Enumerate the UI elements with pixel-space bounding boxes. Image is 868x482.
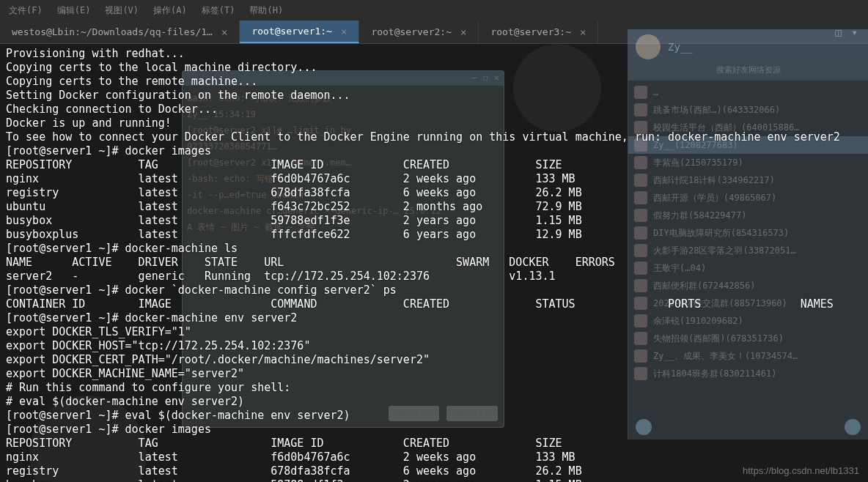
close-icon[interactable]: ×: [341, 26, 347, 37]
close-icon[interactable]: ×: [580, 26, 586, 38]
tab-server3[interactable]: root@server3:~ ×: [479, 21, 598, 43]
menu-item[interactable]: 帮助(H): [249, 4, 283, 17]
terminal-output[interactable]: Provisioning with redhat... Copying cert…: [0, 44, 868, 482]
tab-westos[interactable]: westos@Lbin:~/Downloads/qq-files/1… ×: [0, 21, 240, 43]
tab-label: root@server3:~: [490, 26, 571, 37]
menu-item[interactable]: 编辑(E): [57, 4, 91, 17]
tab-server1[interactable]: root@server1:~ ×: [240, 21, 359, 43]
close-icon[interactable]: ×: [221, 26, 227, 38]
menubar: 文件(F) 编辑(E) 视图(V) 操作(A) 标签(T) 帮助(H): [0, 0, 868, 21]
tab-label: root@server2:~: [371, 26, 452, 37]
menu-item[interactable]: 标签(T): [202, 4, 235, 17]
tab-label: westos@Lbin:~/Downloads/qq-files/1…: [12, 26, 213, 37]
tab-server2[interactable]: root@server2:~ ×: [359, 21, 479, 43]
menu-item[interactable]: 视图(V): [105, 4, 139, 17]
close-icon[interactable]: ×: [460, 26, 466, 38]
menu-item[interactable]: 文件(F): [9, 4, 43, 17]
watermark: https://blog.csdn.net/lb1331: [743, 465, 859, 476]
tab-label: root@server1:~: [251, 26, 332, 37]
menu-item[interactable]: 操作(A): [153, 4, 187, 17]
